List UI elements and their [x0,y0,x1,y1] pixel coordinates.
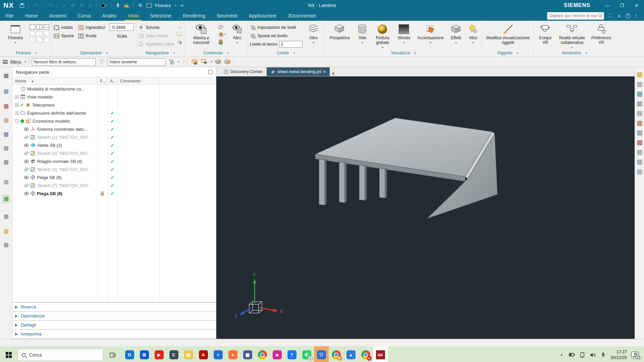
ribbon-tab-selezione[interactable]: Selezione [144,11,177,21]
tree-row-11[interactable]: Piega SB (6)✓ [12,173,216,181]
group-dialog-launcher-icon[interactable]: ▾ [586,52,587,55]
acrobat-taskbar-icon[interactable]: A [196,346,211,362]
section-view-icon[interactable] [637,111,643,117]
prospettiva-button[interactable]: Prospettiva [326,22,353,41]
sphere-render-icon[interactable] [637,130,643,136]
feature-name[interactable]: Piega SB (8) [37,191,62,196]
select-rect-icon[interactable] [201,59,208,65]
graphics-viewport[interactable]: Y X Z [216,76,635,339]
minimize-button[interactable]: — [600,0,614,11]
tab-discovery-center[interactable]: Discovery Center [220,67,267,76]
snap-point-icon[interactable] [168,59,175,65]
group-dialog-launcher-icon[interactable]: ▾ [293,52,295,55]
eye-icon[interactable] [24,192,29,195]
sfondo-button[interactable]: Sfondo▾ [395,22,413,44]
section-dipendenze[interactable]: ▶Dipendenze [12,312,216,321]
reuse-library-icon[interactable] [2,144,10,152]
feature-name[interactable]: Telecamere [32,103,55,108]
layer-book-icon[interactable] [637,120,643,126]
fly-path-icon[interactable] [176,24,182,30]
preferenze-vr-button[interactable]: Preferenze VR [589,22,613,45]
tree-row-7[interactable]: Aletta SB (2)✓ [12,141,216,149]
tree-row-8[interactable]: Sketch (3) "SKETCH_001"✓ [12,149,216,157]
fit-view-icon[interactable] [637,72,643,78]
section-ricerca[interactable]: ▶Ricerca [12,303,216,312]
settings-gear-icon[interactable] [2,72,10,79]
tree-row-12[interactable]: Sketch (7) "SKETCH_003"✓ [12,181,216,189]
group-dialog-launcher-icon[interactable]: ▾ [414,52,416,55]
snapshot-icon[interactable] [637,149,643,156]
eye-off-icon[interactable] [24,152,29,155]
realta-virtuale-button[interactable]: Realtà virtuale collaborativa▾ [556,22,587,49]
capture-icon[interactable]: ⊡ [88,3,93,8]
ribbon-tab-applicazione[interactable]: Applicazione [243,11,282,21]
eye-off-icon[interactable] [24,168,29,171]
sorvola-button[interactable]: ✈ Sorvola [138,24,174,31]
group-dialog-launcher-icon[interactable]: ▾ [173,52,175,55]
undo-icon[interactable]: ↶ [33,3,38,8]
chrome-meet-taskbar-icon[interactable]: m [358,346,373,362]
select-dropdown-icon[interactable]: ▾ [211,60,212,63]
feature-name[interactable]: Sketch (7) "SKETCH_003" [37,183,89,188]
color-palette-icon[interactable] [2,228,10,235]
copy-icon[interactable]: ⧉ [70,3,75,8]
windows-security-taskbar-icon[interactable]: ⛉ [314,346,329,362]
column-header-a[interactable]: A... [107,77,117,84]
finestra-button[interactable]: Finestra▾ [3,22,28,44]
annotate-pencil-icon[interactable] [637,159,643,165]
outlook-taskbar-icon[interactable]: O [122,346,137,362]
group-dialog-launcher-icon[interactable]: ▾ [227,52,229,55]
show-body-icon[interactable] [224,59,231,65]
layout-grid-icon[interactable] [37,37,42,42]
menu-dropdown-icon[interactable]: ▾ [25,60,26,63]
selection-filter-combo[interactable]: Nessun filtro di selezio...▾ [32,58,96,66]
start-button[interactable] [2,348,15,362]
undock-tab-icon[interactable]: ⧉ [323,70,326,74]
layout-grid-icon[interactable] [37,31,42,36]
menu-hamburger-icon[interactable] [3,60,8,64]
tab-sheet-metal-bending[interactable]: sheet metal bending.prt ⧉ [267,67,330,76]
undo-dropdown-icon[interactable]: ▾ [42,3,44,8]
close-button[interactable]: ✕ [629,0,644,11]
edit-display-icon[interactable]: ▾ [218,32,227,37]
immersive-globe-icon[interactable] [218,39,224,45]
layout-grid-icon[interactable] [44,31,49,36]
tray-expand-icon[interactable]: ∧ [558,353,565,357]
contenuto-altro-button[interactable]: Altro▾ [229,22,246,44]
copilot-m365-taskbar-icon[interactable]: C [166,346,181,362]
salva-home-button[interactable]: Salva Home [138,33,174,39]
layout-two-horizontal-icon[interactable] [44,24,49,29]
battery-icon[interactable] [569,353,575,357]
expand-icon[interactable]: + [15,95,19,99]
section-dettagli[interactable]: ▶Dettagli [12,321,216,330]
eye-icon[interactable] [24,143,29,147]
touch-mode-icon[interactable]: ✍ [124,3,129,8]
undock-panel-icon[interactable] [208,70,213,74]
history-clock-icon[interactable] [2,213,10,220]
mostra-e-nascondi-button[interactable]: Mostra e nascondi [186,22,216,45]
web-browser-icon[interactable] [2,178,10,186]
walk-icon[interactable] [176,32,182,37]
snap-dropdown-icon[interactable]: ▾ [178,60,179,63]
expand-icon[interactable]: + [15,103,19,107]
hd3d-tool-icon[interactable] [2,117,10,124]
examine-icon[interactable] [176,39,182,45]
livello-altro-button[interactable]: Altro▾ [305,22,322,44]
file-explorer-taskbar-icon[interactable]: ▤ [181,346,196,362]
ribbon-tab-vista[interactable]: Vista [122,11,144,21]
tree-row-4[interactable]: -Cronistoria modello✓ [12,117,216,125]
ribbon-tab-assiemi[interactable]: Assiemi [44,11,72,21]
customize-toolbar-icon[interactable]: ≂ [179,3,185,8]
assembly-navigator-icon[interactable] [2,88,10,95]
column-header-f[interactable]: F... [97,77,107,84]
wireframe-view-icon[interactable] [637,101,643,107]
eye-icon[interactable] [24,127,29,131]
menu-button[interactable]: Menu [10,59,21,64]
tree-row-10[interactable]: Sketch (5) "SKETCH_002"✓ [12,165,216,173]
work-layer-select[interactable]: 1▾ [279,41,303,48]
ribbon-tab-curva[interactable]: Curva [72,11,97,21]
section-anteprima[interactable]: ▶Anteprima [12,330,216,339]
ribbon-tab-home[interactable]: Home [19,11,44,21]
layout-grid-icon[interactable] [30,37,35,42]
eye-off-icon[interactable] [24,184,29,187]
